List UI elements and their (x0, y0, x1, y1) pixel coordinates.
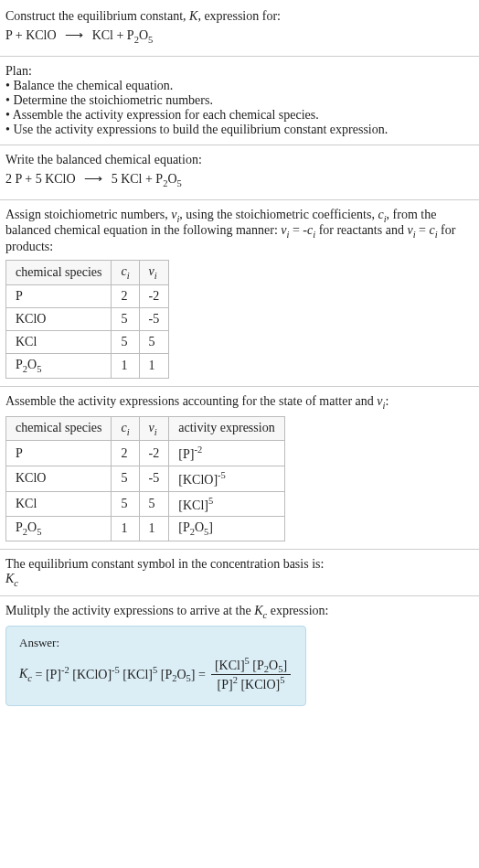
eq-rhs: 5 KCl + P2O5 (112, 172, 182, 186)
col-vi: νi (139, 261, 169, 285)
kc-expression: Kc = [P]-2 [KClO]-5 [KCl]5 [P2O5] = [KCl… (19, 656, 293, 692)
balanced-equation: 2 P + 5 KClO ⟶ 5 KCl + P2O5 (5, 171, 474, 188)
cell-vi: -2 (139, 441, 169, 466)
kc-lhs: Kc = [P]-2 [KClO]-5 [KCl]5 [P2O5] = (19, 665, 206, 683)
plan-section: Plan: • Balance the chemical equation. •… (0, 57, 479, 145)
prompt-line-1: Construct the equilibrium constant, K, e… (5, 9, 474, 24)
eq-lhs: 2 P + 5 KClO (5, 172, 76, 186)
cell-vi: 1 (139, 517, 169, 541)
cell-ci: 2 (112, 284, 139, 307)
cell-species: P (6, 441, 112, 466)
cell-ci: 1 (112, 353, 139, 378)
kc-fraction: [KCl]5 [P2O5] [P]2 [KClO]5 (211, 656, 291, 692)
cell-species: KClO (6, 307, 112, 330)
eq-rhs: KCl + P2O5 (92, 28, 154, 42)
cell-activity: [P2O5] (169, 517, 284, 541)
activity-text: Assemble the activity expressions accoun… (5, 394, 474, 411)
cell-species: KCl (6, 330, 112, 353)
plan-item: • Balance the chemical equation. (5, 79, 474, 93)
cell-activity: [KClO]-5 (169, 466, 284, 492)
symbol-section: The equilibrium constant symbol in the c… (0, 550, 479, 596)
table-row: P 2 -2 [P]-2 (6, 441, 285, 466)
table-row: KCl 5 5 (6, 330, 169, 353)
symbol-text: The equilibrium constant symbol in the c… (5, 557, 474, 572)
cell-ci: 2 (112, 441, 139, 466)
cell-activity: [KCl]5 (169, 491, 284, 517)
frac-denominator: [P]2 [KClO]5 (211, 674, 291, 692)
cell-vi: 5 (139, 491, 169, 517)
plan-item: • Determine the stoichiometric numbers. (5, 93, 474, 108)
stoich-table: chemical species ci νi P 2 -2 KClO 5 -5 … (5, 260, 169, 379)
kc-symbol: Kc (5, 572, 474, 588)
col-ci: ci (112, 261, 139, 285)
cell-vi: -2 (139, 284, 169, 307)
cell-vi: -5 (139, 307, 169, 330)
table-row: KClO 5 -5 (6, 307, 169, 330)
answer-box: Answer: Kc = [P]-2 [KClO]-5 [KCl]5 [P2O5… (5, 626, 306, 706)
answer-label: Answer: (19, 636, 293, 650)
cell-ci: 5 (112, 491, 139, 517)
activity-table: chemical species ci νi activity expressi… (5, 416, 285, 542)
cell-vi: -5 (139, 466, 169, 492)
col-species: chemical species (6, 261, 112, 285)
prompt-section: Construct the equilibrium constant, K, e… (0, 0, 479, 57)
cell-vi: 5 (139, 330, 169, 353)
table-header-row: chemical species ci νi activity expressi… (6, 416, 285, 441)
balanced-heading: Write the balanced chemical equation: (5, 153, 474, 167)
plan-item: • Use the activity expressions to build … (5, 123, 474, 137)
cell-vi: 1 (139, 353, 169, 378)
plan-heading: Plan: (5, 64, 474, 79)
cell-species: KClO (6, 466, 112, 492)
cell-activity: [P]-2 (169, 441, 284, 466)
cell-species: KCl (6, 491, 112, 517)
activity-section: Assemble the activity expressions accoun… (0, 387, 479, 550)
balanced-section: Write the balanced chemical equation: 2 … (0, 145, 479, 200)
table-row: KCl 5 5 [KCl]5 (6, 491, 285, 517)
col-species: chemical species (6, 416, 112, 441)
col-ci: ci (112, 416, 139, 441)
plan-item: • Assemble the activity expression for e… (5, 108, 474, 123)
table-row: P 2 -2 (6, 284, 169, 307)
cell-ci: 5 (112, 466, 139, 492)
multiply-text: Mulitply the activity expressions to arr… (5, 604, 474, 620)
table-row: P2O5 1 1 (6, 353, 169, 378)
cell-species: P2O5 (6, 353, 112, 378)
cell-species: P (6, 284, 112, 307)
unbalanced-equation: P + KClO ⟶ KCl + P2O5 (5, 27, 474, 45)
arrow-icon: ⟶ (65, 28, 83, 42)
col-activity: activity expression (169, 416, 284, 441)
cell-species: P2O5 (6, 517, 112, 541)
arrow-icon: ⟶ (84, 172, 102, 186)
multiply-section: Mulitply the activity expressions to arr… (0, 596, 479, 713)
cell-ci: 5 (112, 330, 139, 353)
stoich-section: Assign stoichiometric numbers, νi, using… (0, 200, 479, 387)
eq-lhs: P + KClO (5, 28, 57, 42)
cell-ci: 5 (112, 307, 139, 330)
table-header-row: chemical species ci νi (6, 261, 169, 285)
table-row: KClO 5 -5 [KClO]-5 (6, 466, 285, 492)
stoich-text: Assign stoichiometric numbers, νi, using… (5, 208, 474, 255)
frac-numerator: [KCl]5 [P2O5] (211, 656, 291, 674)
col-vi: νi (139, 416, 169, 441)
cell-ci: 1 (112, 517, 139, 541)
table-row: P2O5 1 1 [P2O5] (6, 517, 285, 541)
